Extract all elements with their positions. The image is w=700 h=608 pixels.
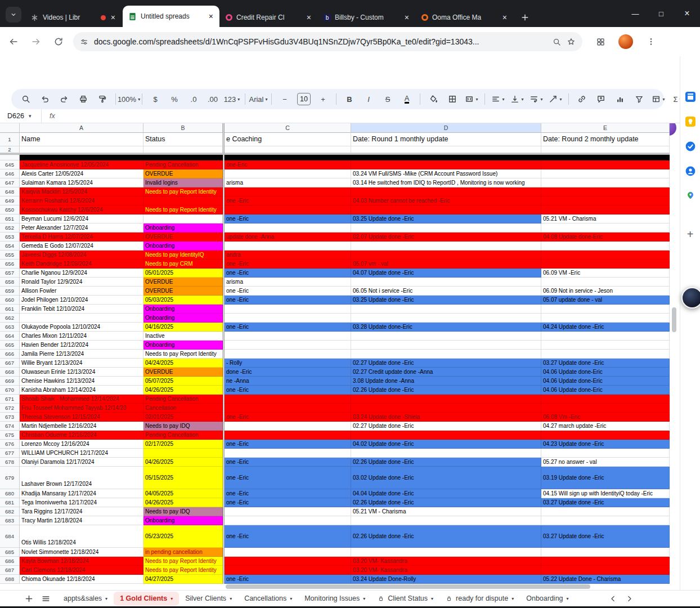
row-number[interactable]: 652 bbox=[0, 223, 20, 233]
cell-A676[interactable]: Lorenzo Mccoy 12/16/2024 bbox=[20, 440, 143, 449]
cell-C686[interactable] bbox=[225, 557, 351, 566]
search-icon[interactable] bbox=[553, 38, 561, 46]
column-header-A[interactable]: A bbox=[20, 123, 143, 133]
text-wrap-button[interactable]: ▾ bbox=[527, 92, 545, 106]
cell-C646[interactable] bbox=[225, 169, 351, 178]
cell-A664[interactable]: Charles Mixon 12/11/2024 bbox=[20, 332, 143, 341]
tab-close-icon[interactable]: × bbox=[403, 13, 410, 22]
cell-B651[interactable] bbox=[143, 214, 223, 223]
sheet-tab-caret-icon[interactable]: ▾ bbox=[511, 596, 514, 601]
cell-B662[interactable]: Onboarding bbox=[143, 314, 223, 323]
cell-A686[interactable]: Kayla Bowman 12/18/2024 bbox=[20, 557, 143, 566]
cell-A667[interactable]: Willie Bryant 12/13/2024 bbox=[20, 359, 143, 368]
cell-E669[interactable]: 04.06 Update done-Eric bbox=[541, 377, 670, 386]
cell-E688[interactable]: 05.22 Update Done - Charisma bbox=[541, 575, 670, 584]
cell-C677[interactable] bbox=[225, 449, 351, 458]
horizontal-scrollbar[interactable] bbox=[224, 584, 670, 590]
cell-C652[interactable] bbox=[225, 223, 351, 233]
cell-B670[interactable]: 04/26/2025 bbox=[143, 386, 223, 395]
decrease-font-size-button[interactable]: − bbox=[276, 92, 294, 106]
cell-C645[interactable]: one-Eric bbox=[225, 160, 351, 169]
zoom-select-button[interactable]: 100%▾ bbox=[120, 92, 138, 106]
row-number[interactable]: 677 bbox=[0, 449, 20, 458]
row-number[interactable]: 673 bbox=[0, 413, 20, 422]
cell-B645[interactable]: Pending Cancellation bbox=[143, 160, 223, 169]
cell-A672[interactable]: Fnu Touseef Mohammed Tayyab 12/14/20 bbox=[20, 404, 143, 413]
toolbar-search-button[interactable] bbox=[17, 92, 35, 106]
create-filter-button[interactable] bbox=[630, 92, 648, 106]
cell-A656[interactable]: Keith Dandridge 12/09/2024 bbox=[20, 260, 143, 269]
row-number[interactable]: 675 bbox=[0, 431, 20, 440]
cell-E651[interactable]: 05.21 VM - Charisma bbox=[541, 214, 670, 223]
cell-C665[interactable] bbox=[225, 341, 351, 350]
cell-A666[interactable]: Jamila Pierre 12/13/2024 bbox=[20, 350, 143, 359]
cell-B656[interactable]: Needs to pay CRM bbox=[143, 260, 223, 269]
cell-E668[interactable]: 04.06 Update done-Eric bbox=[541, 368, 670, 377]
cell-E646[interactable] bbox=[541, 169, 670, 178]
cell-D680[interactable]: 04.04 Update done -Eric bbox=[351, 489, 541, 498]
cell-C653[interactable]: update done -Anna bbox=[225, 233, 351, 242]
extensions-button[interactable] bbox=[594, 35, 607, 48]
cell-E662[interactable] bbox=[541, 314, 670, 323]
cell-B684[interactable]: 05/23/2025 bbox=[143, 525, 223, 548]
cell-A653[interactable]: Terkella D Harris 12/07/2024 bbox=[20, 233, 143, 242]
horizontal-scroll-thumb[interactable] bbox=[226, 584, 590, 589]
row-number[interactable]: 688 bbox=[0, 575, 20, 584]
cell-B650[interactable]: Needs to pay Report Identity bbox=[143, 205, 223, 214]
add-sheet-button[interactable] bbox=[20, 591, 37, 606]
cell-E647[interactable] bbox=[541, 178, 670, 187]
cell-D668[interactable]: 02.27 Credit update done -Anna bbox=[351, 368, 541, 377]
all-sheets-button[interactable] bbox=[37, 591, 54, 606]
row-number[interactable]: 656 bbox=[0, 260, 20, 269]
cell-E659[interactable]: 06.09 Not in service - Jeson bbox=[541, 287, 670, 296]
cell-E670[interactable]: 04.06 Update done-Eric bbox=[541, 386, 670, 395]
cell-E653[interactable]: 04.08 Update done-Eric bbox=[541, 233, 670, 242]
row-number[interactable]: 660 bbox=[0, 296, 20, 305]
site-settings-icon[interactable] bbox=[80, 38, 88, 46]
cell-D684[interactable]: 02.26 Update done -Eric bbox=[351, 525, 541, 548]
cell-C664[interactable] bbox=[225, 332, 351, 341]
cell-C1[interactable]: e Coaching bbox=[225, 133, 351, 146]
sheet-tab-caret-icon[interactable]: ▾ bbox=[170, 596, 173, 601]
cell-B675[interactable]: Pending Cancellation bbox=[143, 431, 223, 440]
tab-close-icon[interactable]: × bbox=[501, 13, 508, 22]
cell-E661[interactable] bbox=[541, 305, 670, 314]
row-number[interactable]: 645 bbox=[0, 160, 20, 169]
cell-E682[interactable] bbox=[541, 507, 670, 516]
increase-font-size-button[interactable]: + bbox=[314, 92, 332, 106]
cell-C680[interactable]: one -Eric bbox=[225, 489, 351, 498]
cell-A659[interactable]: Allison Fowler bbox=[20, 287, 143, 296]
cell-B687[interactable]: Needs to pay Report Identity bbox=[143, 566, 223, 575]
cell-D677[interactable] bbox=[351, 449, 541, 458]
row-number[interactable]: 669 bbox=[0, 377, 20, 386]
cell-D659[interactable]: 06.05 Not i service -Eric bbox=[351, 287, 541, 296]
cell-A685[interactable]: Novlet Simmonette 12/18/2024 bbox=[20, 548, 143, 557]
cell-C647[interactable]: arisma bbox=[225, 178, 351, 187]
browser-menu-button[interactable] bbox=[644, 35, 658, 48]
cell-E665[interactable] bbox=[541, 341, 670, 350]
cell-B679[interactable]: 05/15/2025 bbox=[143, 467, 223, 489]
cell-E1[interactable]: Date: Round 2 monthly update bbox=[541, 133, 670, 146]
cell-A2[interactable] bbox=[20, 146, 143, 153]
cell-A658[interactable]: Ronald Taylor 12/9/2024 bbox=[20, 278, 143, 287]
font-family-button[interactable]: Arial▾ bbox=[249, 92, 267, 106]
cell-E680[interactable]: 04.15 Will sign up with IdentityiQ today… bbox=[541, 489, 670, 498]
cell-E2[interactable] bbox=[541, 146, 670, 153]
cell-D674[interactable]: 02.27 Update done -Eric bbox=[351, 422, 541, 431]
cell-A684[interactable]: Otis Willis 12/18/2024 bbox=[20, 525, 143, 548]
cell-D651[interactable]: 03.25 Update done -Eric bbox=[351, 214, 541, 223]
cell-B688[interactable]: 04/27/2025 bbox=[143, 575, 223, 584]
browser-tab[interactable]: Ooma Office Ma× bbox=[416, 8, 513, 27]
cell-A650[interactable]: Kosisochukwu Katchy 12/6/2024 bbox=[20, 205, 143, 214]
sheet-tab-appts-sales[interactable]: appts&sales▾ bbox=[57, 592, 114, 606]
row-number[interactable]: 665 bbox=[0, 341, 20, 350]
cell-C650[interactable] bbox=[225, 205, 351, 214]
row-number[interactable]: 663 bbox=[0, 323, 20, 332]
cell-A674[interactable]: Martin Ndjembelle 12/16/2024 bbox=[20, 422, 143, 431]
cell-B667[interactable]: 04/24/2025 bbox=[143, 359, 223, 368]
row-number[interactable]: 667 bbox=[0, 359, 20, 368]
cell-D2[interactable] bbox=[351, 146, 541, 153]
cell-B653[interactable]: OVERDUE bbox=[143, 233, 223, 242]
table-views-button[interactable]: ▾ bbox=[649, 92, 667, 106]
cell-A651[interactable]: Beyman Lucumi 12/6/2024 bbox=[20, 214, 143, 223]
